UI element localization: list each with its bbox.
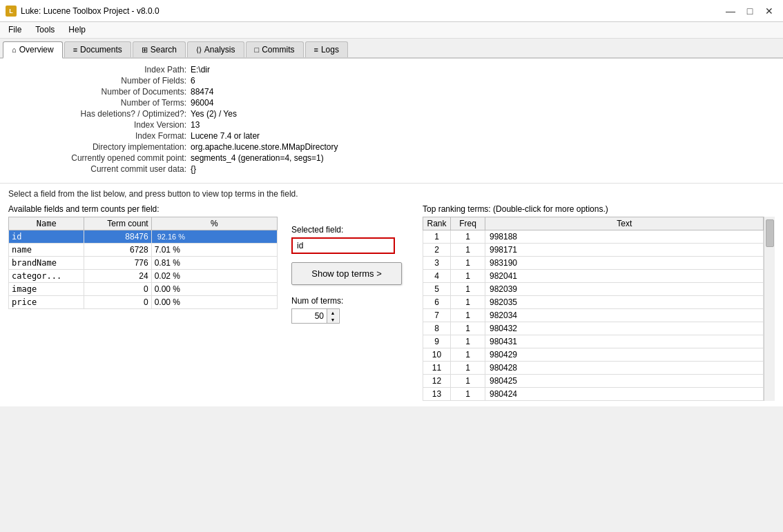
num-terms-up[interactable]: ▲ [327,309,338,316]
info-value: org.apache.lucene.store.MMapDirectory [191,142,338,152]
maximize-button[interactable]: □ [742,3,758,19]
info-value: segments_4 (generation=4, segs=1) [191,153,324,163]
info-value: 13 [191,120,200,130]
list-item[interactable]: 91980431 [423,335,764,348]
term-rank-cell: 3 [423,257,451,270]
num-terms-down[interactable]: ▼ [327,316,338,323]
term-freq-cell: 1 [451,335,485,348]
menu-tools[interactable]: Tools [30,23,60,37]
list-item[interactable]: 31983190 [423,257,764,270]
info-value: 96004 [191,98,213,108]
scrollbar[interactable] [764,217,775,401]
num-terms-input[interactable] [292,310,327,322]
term-rank-cell: 12 [423,375,451,388]
info-row: Current commit user data:{} [11,164,772,175]
minimize-button[interactable]: — [722,3,739,19]
list-item[interactable]: 121980425 [423,375,764,388]
table-row[interactable]: price00.00 % [9,296,278,309]
title-bar-left: L Luke: Lucene Toolbox Project - v8.0.0 [6,6,160,17]
close-button[interactable]: ✕ [761,3,777,19]
list-item[interactable]: 51982039 [423,283,764,296]
term-freq-cell: 1 [451,375,485,388]
field-name-cell: price [9,296,84,309]
col-rank-header: Rank [423,217,451,230]
info-label: Current commit user data: [11,164,191,174]
term-freq-cell: 1 [451,270,485,283]
term-rank-cell: 2 [423,244,451,257]
field-bar-cell: 0.02 % [151,270,277,283]
tab-overview[interactable]: ⌂ Overview [3,41,63,59]
term-freq-cell: 1 [451,309,485,322]
term-freq-cell: 1 [451,244,485,257]
tab-analysis-label: Analysis [204,45,235,55]
list-item[interactable]: 101980429 [423,348,764,362]
top-terms-panel: Top ranking terms: (Double-click for mor… [423,204,775,401]
selected-field-input[interactable] [291,237,395,254]
term-text-cell: 980429 [485,348,764,362]
field-bar-cell: 0.00 % [151,296,277,309]
term-text-cell: 980425 [485,375,764,388]
table-row[interactable]: name67287.01 % [9,244,278,257]
term-text-cell: 980424 [485,388,764,401]
term-rank-cell: 1 [423,230,451,244]
tab-commits[interactable]: □ Commits [246,41,304,57]
menu-file[interactable]: File [3,23,27,37]
list-item[interactable]: 81980432 [423,322,764,335]
logs-icon: ≡ [314,46,318,54]
field-count-cell: 24 [84,270,151,283]
table-row[interactable]: categor...240.02 % [9,270,278,283]
term-freq-cell: 1 [451,230,485,244]
table-row[interactable]: image00.00 % [9,283,278,296]
info-value: Lucene 7.4 or later [191,131,260,141]
fields-table: Name Term count % id8847692.16 %name6728… [8,217,278,309]
table-row[interactable]: id8847692.16 % [9,230,278,244]
table-row[interactable]: brandName7760.81 % [9,257,278,270]
term-freq-cell: 1 [451,283,485,296]
bottom-section: Select a field from the list below, and … [0,184,783,406]
menu-bar: File Tools Help [0,22,783,39]
info-value: 88474 [191,87,213,97]
field-count-cell: 776 [84,257,151,270]
list-item[interactable]: 21998171 [423,244,764,257]
field-bar-cell: 7.01 % [151,244,277,257]
tab-documents-label: Documents [80,45,122,55]
selected-field-label: Selected field: [291,225,343,235]
term-freq-cell: 1 [451,322,485,335]
search-icon: ⊞ [142,46,148,55]
show-top-terms-button[interactable]: Show top terms > [291,262,402,285]
list-item[interactable]: 71982034 [423,309,764,322]
top-terms-table: Rank Freq Text 1199818821998171319831904… [423,217,764,401]
col-header-count: Term count [84,217,151,230]
list-item[interactable]: 11998188 [423,230,764,244]
tab-documents[interactable]: ≡ Documents [64,41,131,57]
term-text-cell: 980428 [485,362,764,375]
field-name-cell: image [9,283,84,296]
fields-panel-label: Available fields and term counts per fie… [8,204,278,214]
num-terms-label: Num of terms: [291,296,343,306]
tabs-bar: ⌂ Overview ≡ Documents ⊞ Search ⟨⟩ Analy… [0,39,783,59]
field-count-cell: 88476 [84,230,151,244]
field-name-cell: id [9,230,84,244]
tab-analysis[interactable]: ⟨⟩ Analysis [187,41,244,57]
list-item[interactable]: 41982041 [423,270,764,283]
list-item[interactable]: 111980428 [423,362,764,375]
term-text-cell: 982034 [485,309,764,322]
menu-help[interactable]: Help [63,23,91,37]
info-row: Number of Terms:96004 [11,97,772,108]
num-terms-spinners: ▲ ▼ [327,309,338,323]
info-row: Number of Fields:6 [11,75,772,86]
info-section: Index Path:E:\dirNumber of Fields:6Numbe… [0,59,783,184]
list-item[interactable]: 131980424 [423,388,764,401]
list-item[interactable]: 61982035 [423,296,764,309]
documents-icon: ≡ [73,46,77,54]
tab-logs[interactable]: ≡ Logs [305,41,348,57]
info-value: 6 [191,76,195,86]
col-freq-header: Freq [451,217,485,230]
field-count-cell: 6728 [84,244,151,257]
scroll-thumb[interactable] [766,219,774,247]
term-freq-cell: 1 [451,348,485,362]
term-freq-cell: 1 [451,388,485,401]
tab-search[interactable]: ⊞ Search [133,41,186,57]
term-text-cell: 980432 [485,322,764,335]
col-text-header: Text [485,217,764,230]
